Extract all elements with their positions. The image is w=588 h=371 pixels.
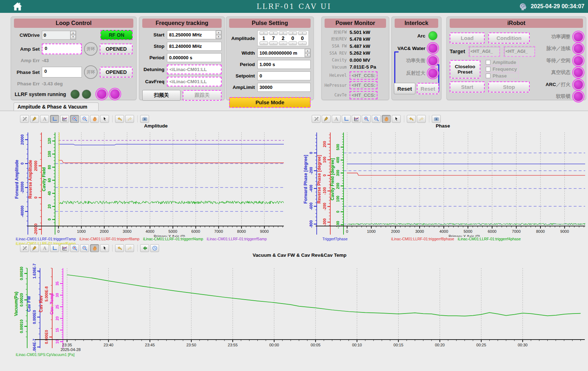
svg-text:23:45: 23:45 — [145, 343, 155, 347]
tools-icon[interactable] — [20, 244, 29, 252]
irobot-stop-button[interactable]: Stop — [488, 81, 530, 92]
pointer-icon[interactable] — [392, 115, 401, 123]
svg-text:30: 30 — [55, 293, 59, 297]
zoom-in-icon[interactable] — [362, 115, 371, 123]
clock-icon[interactable] — [150, 244, 159, 252]
pan-icon[interactable] — [90, 115, 99, 123]
interlock-reset-button-2[interactable]: Reset — [417, 83, 439, 94]
digit-up-icon[interactable]: + — [269, 31, 278, 35]
svg-text:5000: 5000 — [464, 229, 472, 234]
curves-icon[interactable] — [60, 115, 69, 123]
tracking-off-button[interactable]: 跟踪关 — [183, 90, 222, 101]
spin-down-icon[interactable]: ▼ — [216, 35, 221, 39]
rf-on-button[interactable]: RF ON — [100, 30, 133, 40]
pin-icon[interactable] — [322, 115, 331, 123]
digit-down-icon[interactable]: - — [298, 41, 307, 45]
target-field-1[interactable]: <HT_AGI_ — [469, 46, 500, 57]
closeloop-preset-button[interactable]: CloselooPreset — [450, 60, 480, 79]
cwdrive-up-icon[interactable]: ▲ — [70, 31, 76, 35]
snapshot-icon[interactable] — [140, 115, 149, 123]
pin-icon[interactable] — [30, 244, 39, 252]
cwdrive-input[interactable]: 0 ▲▼ — [42, 31, 76, 40]
tools-icon[interactable] — [312, 115, 321, 123]
redo-icon[interactable] — [125, 244, 134, 252]
pan-icon[interactable] — [382, 115, 391, 123]
axis-icon[interactable] — [50, 244, 59, 252]
phase-loop-opened-button[interactable]: OPENED — [100, 67, 133, 77]
pulse-label: Setpoint — [229, 73, 255, 79]
redo-icon[interactable] — [125, 115, 134, 123]
svg-text:80: 80 — [47, 165, 51, 169]
digit-up-icon[interactable]: + — [260, 31, 268, 35]
phase-set-input[interactable]: 0 — [42, 67, 82, 77]
phase-set-label: Phase Set — [15, 70, 40, 75]
curves-icon[interactable] — [60, 244, 69, 252]
amp-set-input[interactable]: 0 — [42, 44, 82, 54]
amplitude-plot[interactable]: 200000-20000-40000Forward Amplitude20000… — [13, 130, 299, 237]
phase-err-label: Phase Err — [15, 81, 40, 86]
annotation-icon[interactable]: A — [40, 115, 49, 123]
pointer-icon[interactable] — [100, 244, 109, 252]
amp-loop-opened-button[interactable]: OPENED — [100, 44, 133, 54]
pin-icon[interactable] — [30, 115, 39, 123]
digit-down-icon[interactable]: - — [260, 41, 268, 45]
annotation-icon[interactable]: A — [332, 115, 341, 123]
pulse-field-AmpLimit[interactable]: 30000 — [257, 83, 311, 92]
undo-icon[interactable] — [115, 115, 124, 123]
zoom-out-icon[interactable] — [372, 115, 381, 123]
spin-up-icon[interactable]: ▲ — [305, 49, 310, 53]
snapshot-icon[interactable] — [432, 115, 441, 123]
irobot-condition-button[interactable]: Condition — [488, 32, 530, 44]
digit-up-icon[interactable]: + — [288, 31, 297, 35]
tab-amplitude-phase-vacuum[interactable]: Ampitude & Phase & Vacuum — [14, 102, 99, 111]
interlock-reset-button[interactable]: Reset — [394, 83, 415, 94]
page-title: LLRF-01 CAV UI — [0, 2, 588, 11]
legend-item: iLinac-CM01:LLRF-01:triggerrf8phase — [391, 237, 454, 241]
sweep-off-button[interactable]: 扫频关 — [142, 90, 181, 101]
checkbox[interactable] — [486, 60, 490, 65]
interlock-label: VAC& Water — [397, 46, 425, 51]
digit-up-icon[interactable]: + — [279, 31, 287, 35]
pan-icon[interactable] — [90, 244, 99, 252]
phase-plot[interactable]: 0-200-400-600-800Forward Phase [degree]2… — [299, 130, 587, 237]
zoom-out-icon[interactable] — [80, 115, 89, 123]
freq-field-CavFreq[interactable]: <iLinac-CM01:LL — [167, 77, 222, 86]
zoom-out-icon[interactable] — [80, 244, 89, 252]
spin-up-icon[interactable]: ▲ — [216, 31, 221, 35]
pointer-icon[interactable] — [100, 115, 109, 123]
cwdrive-down-icon[interactable]: ▼ — [70, 35, 76, 39]
annotation-icon[interactable]: A — [40, 244, 49, 252]
irobot-load-button[interactable]: Load — [450, 32, 485, 44]
axis-icon[interactable] — [50, 115, 59, 123]
pulse-field-Period[interactable]: 1.000 s — [257, 60, 311, 69]
phase-open-loop-button[interactable]: 开环 — [84, 65, 98, 79]
redo-icon[interactable] — [417, 115, 426, 123]
vacuum-plot[interactable]: 0.000300.000200.00010Vacuum(Pa)1.636E-70… — [13, 259, 586, 352]
spin-down-icon[interactable]: ▼ — [305, 53, 310, 57]
checkbox[interactable] — [486, 74, 490, 78]
digit-down-icon[interactable]: - — [279, 41, 287, 45]
freq-field-Start[interactable]: 81.250000 MHz▲▼ — [167, 30, 222, 39]
irobot-start-button[interactable]: Start — [450, 81, 485, 92]
curves-icon[interactable] — [352, 115, 361, 123]
digit-up-icon[interactable]: + — [298, 31, 307, 35]
undo-icon[interactable] — [115, 244, 124, 252]
pulse-field-Width[interactable]: 100.000000000 m▲▼ — [257, 49, 311, 57]
amplitude-digit-spinner[interactable]: +1-+7-+2-+0-+0- — [257, 30, 309, 46]
pulse-field-Setpoint[interactable]: 0 — [257, 71, 311, 80]
freq-field-Stop[interactable]: 81.240000 MHz — [167, 42, 222, 51]
amp-open-loop-button[interactable]: 开环 — [84, 42, 98, 56]
freq-field-Period[interactable]: 0.000000 s — [167, 53, 222, 62]
zoom-in-icon[interactable] — [70, 244, 79, 252]
tools-icon[interactable] — [20, 115, 29, 123]
freq-field-Detuning[interactable]: <iLinac-CM01:LL — [167, 65, 222, 74]
digit-down-icon[interactable]: - — [288, 41, 297, 45]
zoom-in-icon[interactable] — [70, 115, 79, 123]
checkbox[interactable] — [486, 67, 490, 71]
brain-icon[interactable] — [518, 2, 528, 11]
digit-down-icon[interactable]: - — [269, 41, 278, 45]
target-field-2[interactable]: <HT_AGI_ — [504, 46, 535, 57]
back-icon[interactable] — [140, 244, 149, 252]
undo-icon[interactable] — [407, 115, 416, 123]
axis-icon[interactable] — [342, 115, 351, 123]
